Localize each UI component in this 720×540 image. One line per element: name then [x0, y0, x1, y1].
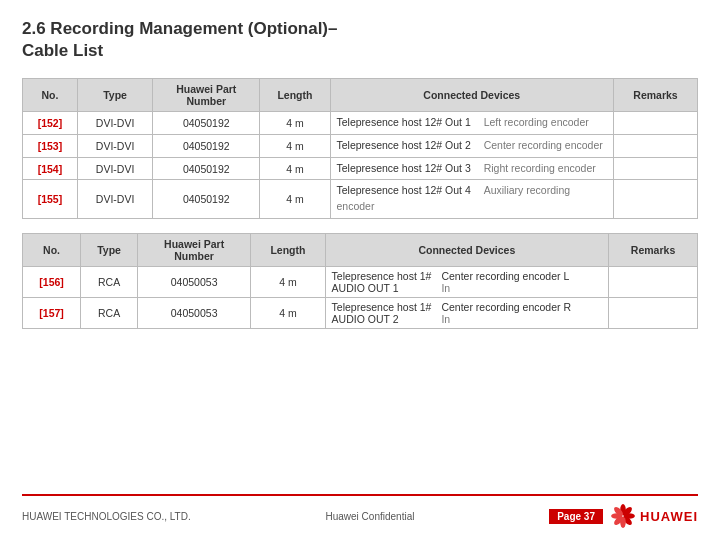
huawei-flower-icon — [609, 502, 637, 530]
row-part: 04050192 — [153, 134, 260, 157]
table-row: [156] RCA 04050053 4 m Telepresence host… — [23, 266, 698, 297]
footer: HUAWEI TECHNOLOGIES CO., LTD. Huawei Con… — [22, 494, 698, 530]
row-length: 4 m — [251, 266, 325, 297]
page-number: Page 37 — [549, 509, 603, 524]
row-no: [154] — [23, 157, 78, 180]
device-right: Center recording encoder R In — [441, 301, 571, 325]
row-devices: Telepresence host 12# Out 1 Left recordi… — [330, 112, 614, 135]
row-part: 04050053 — [138, 266, 251, 297]
row-devices: Telepresence host 1# AUDIO OUT 1 Center … — [325, 266, 609, 297]
row-type: DVI-DVI — [77, 134, 152, 157]
row-type: DVI-DVI — [77, 157, 152, 180]
device-right: Center recording encoder L In — [441, 270, 569, 294]
col-no-2: No. — [23, 233, 81, 266]
col-part-2: Huawei PartNumber — [138, 233, 251, 266]
row-part: 04050192 — [153, 157, 260, 180]
page: 2.6 Recording Management (Optional)– Cab… — [0, 0, 720, 540]
row-devices: Telepresence host 12# Out 4 Auxiliary re… — [330, 180, 614, 219]
row-length: 4 m — [251, 297, 325, 328]
table-row: [153] DVI-DVI 04050192 4 m Telepresence … — [23, 134, 698, 157]
row-part: 04050192 — [153, 112, 260, 135]
table1: No. Type Huawei PartNumber Length Connec… — [22, 78, 698, 219]
row-remarks — [614, 180, 698, 219]
row-length: 4 m — [260, 112, 330, 135]
footer-right: Page 37 HUAWEI — [549, 502, 698, 530]
col-remarks-1: Remarks — [614, 79, 698, 112]
table1-section: No. Type Huawei PartNumber Length Connec… — [22, 78, 698, 219]
row-remarks — [609, 297, 698, 328]
table-row: [154] DVI-DVI 04050192 4 m Telepresence … — [23, 157, 698, 180]
company-name: HUAWEI TECHNOLOGIES CO., LTD. — [22, 511, 191, 522]
row-remarks — [614, 112, 698, 135]
row-no: [155] — [23, 180, 78, 219]
row-part: 04050192 — [153, 180, 260, 219]
device-left: Telepresence host 1# AUDIO OUT 2 — [332, 301, 432, 325]
row-devices: Telepresence host 12# Out 3 Right record… — [330, 157, 614, 180]
col-remarks-2: Remarks — [609, 233, 698, 266]
row-remarks — [614, 134, 698, 157]
device-left: Telepresence host 1# AUDIO OUT 1 — [332, 270, 432, 294]
row-no: [156] — [23, 266, 81, 297]
huawei-logo: HUAWEI — [609, 502, 698, 530]
row-type: RCA — [81, 297, 138, 328]
col-type-2: Type — [81, 233, 138, 266]
table-row: [155] DVI-DVI 04050192 4 m Telepresence … — [23, 180, 698, 219]
row-no: [157] — [23, 297, 81, 328]
row-length: 4 m — [260, 134, 330, 157]
row-type: DVI-DVI — [77, 180, 152, 219]
row-no: [152] — [23, 112, 78, 135]
row-remarks — [614, 157, 698, 180]
row-no: [153] — [23, 134, 78, 157]
table2-section: No. Type Huawei PartNumber Length Connec… — [22, 233, 698, 329]
col-part-1: Huawei PartNumber — [153, 79, 260, 112]
huawei-brand-text: HUAWEI — [640, 509, 698, 524]
col-type-1: Type — [77, 79, 152, 112]
row-devices: Telepresence host 1# AUDIO OUT 2 Center … — [325, 297, 609, 328]
col-length-1: Length — [260, 79, 330, 112]
table2: No. Type Huawei PartNumber Length Connec… — [22, 233, 698, 329]
col-devices-1: Connected Devices — [330, 79, 614, 112]
page-title: 2.6 Recording Management (Optional)– Cab… — [22, 18, 698, 62]
row-remarks — [609, 266, 698, 297]
row-part: 04050053 — [138, 297, 251, 328]
col-devices-2: Connected Devices — [325, 233, 609, 266]
col-no-1: No. — [23, 79, 78, 112]
row-type: RCA — [81, 266, 138, 297]
table-row: [152] DVI-DVI 04050192 4 m Telepresence … — [23, 112, 698, 135]
row-length: 4 m — [260, 180, 330, 219]
row-length: 4 m — [260, 157, 330, 180]
confidential-label: Huawei Confidential — [325, 511, 414, 522]
table-row: [157] RCA 04050053 4 m Telepresence host… — [23, 297, 698, 328]
col-length-2: Length — [251, 233, 325, 266]
row-type: DVI-DVI — [77, 112, 152, 135]
row-devices: Telepresence host 12# Out 2 Center recor… — [330, 134, 614, 157]
